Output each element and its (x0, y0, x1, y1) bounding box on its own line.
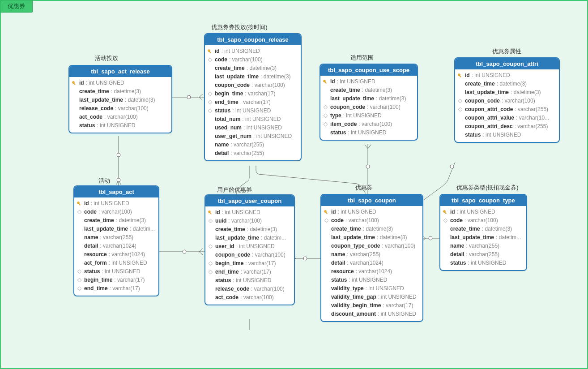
column-row: code: varchar(100) (323, 216, 420, 225)
column-row: status: int UNSIGNED (76, 267, 156, 276)
column-type: : varchar(100) (252, 251, 285, 259)
column-name: code (215, 56, 227, 64)
column-name: name (215, 141, 229, 149)
column-row: status: int UNSIGNED (71, 121, 169, 130)
column-name: end_time (215, 268, 239, 276)
column-row: name: varchar(255) (442, 242, 524, 250)
label-act-release: 活动投放 (95, 54, 118, 62)
column-type: : varchar(100) (382, 242, 415, 250)
entity-act[interactable]: tbl_sapo_actid: int UNSIGNEDcode: varcha… (73, 185, 159, 296)
column-row: status: int UNSIGNED (457, 131, 556, 139)
column-name: create_time (215, 225, 245, 234)
column-name: begin_time (215, 259, 243, 268)
column-name: last_update_time (331, 233, 375, 242)
label-attri: 优惠券属性 (492, 47, 521, 56)
column-row: code: varchar(100) (442, 216, 524, 225)
entity-columns: id: int UNSIGNEDcode: varchar(100)create… (205, 45, 301, 160)
column-type: : int UNSIGNED (253, 132, 292, 141)
entity-header: tbl_sapo_coupon_attri (455, 58, 559, 69)
primary-key-icon (443, 210, 448, 215)
column-type: : int UNSIGNED (482, 131, 521, 139)
column-row: end_time: varchar(17) (76, 284, 156, 293)
svg-rect-23 (208, 100, 212, 104)
column-name: coupon_code (330, 103, 365, 112)
column-row: create_time: datetime(3) (207, 225, 291, 234)
column-row: item_code: varchar(100) (322, 120, 414, 129)
column-row: validity_begin_time: varchar(17) (323, 301, 420, 310)
column-row: last_update_time: datetim... (76, 225, 156, 233)
column-name: coupon_attri_value (465, 114, 514, 122)
column-row: status: int UNSIGNED (323, 276, 420, 284)
svg-rect-35 (324, 82, 327, 84)
column-name: last_update_time (215, 234, 259, 242)
entity-use-scope[interactable]: tbl_sapo_coupon_use_scopeid: int UNSIGNE… (320, 64, 418, 141)
column-name: id (330, 77, 335, 86)
column-row: id: int UNSIGNED (442, 208, 524, 216)
column-type: : datetime(3) (116, 216, 146, 225)
svg-point-3 (117, 153, 120, 157)
svg-rect-37 (324, 114, 328, 118)
column-row: type: int UNSIGNED (322, 112, 414, 120)
svg-rect-36 (324, 105, 328, 109)
column-row: name: varchar(255) (323, 250, 420, 259)
entity-act-release[interactable]: tbl_sapo_act_releaseid: int UNSIGNEDcrea… (68, 65, 172, 133)
primary-key-icon (207, 49, 213, 54)
column-row: id: int UNSIGNED (76, 199, 156, 208)
primary-key-icon (457, 73, 463, 78)
column-type: : int UNSIGNED (348, 129, 386, 137)
column-row: status: int UNSIGNED (442, 259, 524, 267)
column-type: : datetime(3) (497, 80, 527, 88)
entity-header: tbl_sapo_coupon_use_scope (320, 64, 417, 76)
svg-rect-16 (77, 270, 81, 274)
column-row: create_time: datetime(3) (442, 225, 524, 233)
column-row: detail: varchar(255) (207, 149, 298, 158)
column-name: resource (331, 267, 354, 276)
column-row: coupon_code: varchar(100) (457, 97, 556, 105)
entity-attri[interactable]: tbl_sapo_coupon_attriid: int UNSIGNEDcre… (454, 57, 560, 143)
column-row: last_update_time: datetim... (207, 234, 291, 242)
column-name: id (215, 47, 220, 56)
column-row: create_time: datetime(3) (71, 87, 169, 96)
column-name: item_code (330, 120, 357, 129)
primary-key-icon (208, 210, 213, 215)
column-name: id (215, 208, 220, 217)
column-type: : varchar(100) (98, 208, 132, 216)
column-name: create_time (84, 216, 114, 225)
entity-user-coupon[interactable]: tbl_sapo_user_couponid: int UNSIGNEDuuid… (205, 194, 295, 305)
column-row: status: int UNSIGNED (207, 107, 298, 115)
column-row: last_update_time: datetime(3) (71, 96, 169, 104)
svg-point-8 (303, 257, 307, 260)
column-row: code: varchar(100) (207, 56, 298, 64)
entity-coupon-type[interactable]: tbl_sapo_coupon_typeid: int UNSIGNEDcode… (439, 194, 527, 271)
column-name: coupon_code (215, 251, 250, 259)
column-name: coupon_code (465, 97, 500, 105)
index-icon (77, 287, 81, 291)
entity-header: tbl_sapo_coupon_release (205, 34, 301, 45)
column-name: name (84, 233, 98, 242)
column-row: coupon_attri_value: varchar(10... (457, 114, 556, 122)
svg-rect-20 (209, 51, 211, 53)
column-name: used_num (215, 124, 242, 132)
column-type: : varchar(255) (515, 105, 548, 114)
column-name: last_update_time (465, 88, 509, 97)
column-row: validity_time_gap: int UNSIGNED (323, 293, 420, 301)
column-type: : datetime(3) (111, 87, 141, 96)
entity-coupon[interactable]: tbl_sapo_couponid: int UNSIGNEDcode: var… (320, 194, 423, 322)
column-type: : varchar(100) (228, 217, 262, 225)
column-type: : int UNSIGNED (457, 208, 495, 216)
column-name: status (330, 129, 346, 137)
index-icon (209, 245, 213, 249)
entity-header: tbl_sapo_coupon_type (440, 195, 526, 206)
column-name: release_code (79, 104, 113, 113)
column-type: : int UNSIGNED (337, 77, 375, 86)
column-row: id: int UNSIGNED (207, 47, 298, 56)
column-name: coupon_attri_code (465, 105, 513, 114)
column-type: : datetime(3) (363, 225, 393, 233)
svg-rect-44 (444, 212, 447, 214)
index-icon (208, 92, 212, 96)
column-type: : datetime(3) (377, 233, 407, 242)
index-icon (209, 219, 213, 223)
column-name: code (84, 208, 97, 216)
entity-coupon-release[interactable]: tbl_sapo_coupon_releaseid: int UNSIGNEDc… (204, 33, 302, 161)
column-name: resource (84, 250, 107, 259)
